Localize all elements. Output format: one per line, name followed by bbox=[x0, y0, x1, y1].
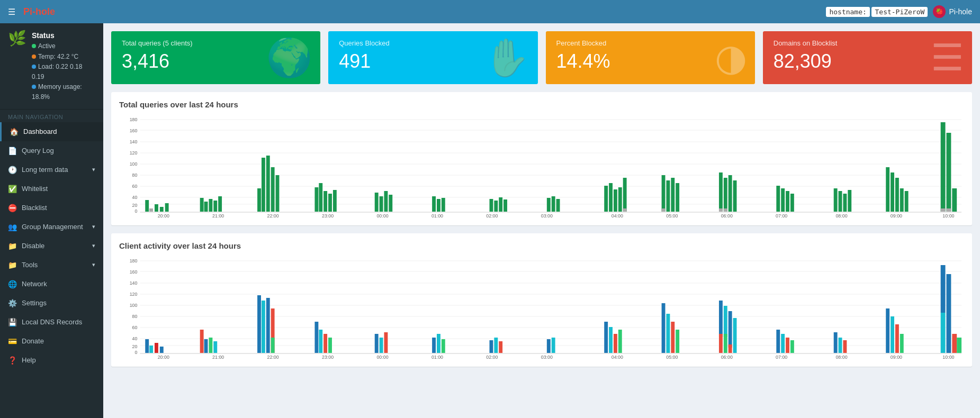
svg-rect-34 bbox=[314, 187, 318, 212]
sidebar: 🌿 Status Active Temp: 42.2 °C Load: 0.22… bbox=[0, 23, 103, 418]
chevron-down-icon-2: ▾ bbox=[92, 223, 95, 230]
svg-text:10:00: 10:00 bbox=[942, 213, 954, 217]
svg-rect-165 bbox=[733, 318, 737, 353]
svg-text:08:00: 08:00 bbox=[835, 355, 847, 359]
svg-rect-161 bbox=[724, 306, 727, 337]
svg-rect-65 bbox=[724, 178, 727, 212]
svg-rect-51 bbox=[552, 196, 555, 212]
svg-rect-128 bbox=[204, 339, 208, 353]
svg-rect-82 bbox=[905, 191, 909, 212]
nav-local-dns[interactable]: 💾 Local DNS Records bbox=[0, 313, 103, 332]
svg-rect-141 bbox=[380, 338, 383, 353]
nav-tools[interactable]: 📁 Tools ▾ bbox=[0, 256, 103, 275]
svg-rect-61 bbox=[671, 178, 675, 212]
svg-rect-169 bbox=[790, 340, 794, 353]
svg-rect-124 bbox=[149, 346, 153, 353]
svg-rect-157 bbox=[671, 322, 675, 353]
svg-text:21:00: 21:00 bbox=[212, 355, 224, 359]
queries-chart-title: Total queries over last 24 hours bbox=[119, 100, 964, 109]
svg-rect-67 bbox=[733, 180, 737, 212]
clock-icon: 🕐 bbox=[8, 166, 16, 174]
svg-rect-178 bbox=[941, 313, 946, 353]
nav-group-mgmt[interactable]: 👥 Group Management ▾ bbox=[0, 217, 103, 237]
nav-query-log[interactable]: 📄 Query Log bbox=[0, 141, 103, 160]
svg-text:160: 160 bbox=[130, 269, 138, 275]
nav-whitelist[interactable]: ✅ Whitelist bbox=[0, 179, 103, 198]
nav-long-term-label: Long term data bbox=[22, 166, 68, 174]
svg-rect-176 bbox=[900, 334, 904, 353]
nav-donate[interactable]: 💳 Donate bbox=[0, 332, 103, 351]
svg-text:40: 40 bbox=[132, 195, 138, 200]
svg-rect-160 bbox=[719, 334, 723, 353]
svg-rect-60 bbox=[666, 180, 670, 212]
svg-rect-52 bbox=[556, 199, 560, 212]
svg-text:23:00: 23:00 bbox=[322, 213, 334, 217]
svg-text:20: 20 bbox=[132, 344, 138, 349]
nav-long-term[interactable]: 🕐 Long term data ▾ bbox=[0, 160, 103, 179]
svg-rect-164 bbox=[729, 344, 732, 353]
svg-rect-133 bbox=[266, 298, 270, 353]
tools-icon: 📁 bbox=[8, 261, 16, 269]
svg-rect-48 bbox=[499, 197, 502, 212]
svg-rect-129 bbox=[209, 338, 212, 353]
svg-text:180: 180 bbox=[130, 258, 138, 263]
svg-text:09:00: 09:00 bbox=[891, 355, 902, 359]
svg-rect-154 bbox=[618, 330, 622, 353]
svg-text:06:00: 06:00 bbox=[721, 213, 733, 217]
nav-blacklist-label: Blacklist bbox=[22, 204, 47, 212]
svg-rect-81 bbox=[900, 188, 904, 212]
svg-text:02:00: 02:00 bbox=[486, 355, 498, 359]
nav-blacklist[interactable]: ⛔ Blacklist bbox=[0, 198, 103, 217]
svg-text:02:00: 02:00 bbox=[486, 213, 498, 217]
nav-settings[interactable]: ⚙️ Settings bbox=[0, 294, 103, 313]
svg-rect-73 bbox=[790, 194, 794, 212]
svg-rect-86 bbox=[941, 208, 946, 212]
svg-text:05:00: 05:00 bbox=[666, 355, 678, 359]
svg-rect-40 bbox=[380, 196, 383, 212]
top-navbar: ☰ Pi-hole hostname: Test-PiZeroW 🍓 Pi-ho… bbox=[0, 0, 980, 23]
load-dot bbox=[32, 65, 36, 69]
chevron-down-icon: ▾ bbox=[92, 166, 95, 173]
file-icon: 📄 bbox=[8, 147, 16, 155]
svg-text:01:00: 01:00 bbox=[431, 355, 443, 359]
nav-whitelist-label: Whitelist bbox=[22, 185, 48, 193]
svg-rect-53 bbox=[604, 186, 608, 212]
nav-header: MAIN NAVIGATION bbox=[0, 110, 103, 122]
svg-rect-27 bbox=[213, 201, 217, 212]
clients-chart-panel: Client activity over last 24 hours 180 1… bbox=[111, 233, 972, 367]
svg-rect-25 bbox=[204, 202, 208, 212]
svg-rect-137 bbox=[319, 330, 322, 353]
svg-rect-166 bbox=[776, 330, 780, 353]
svg-rect-80 bbox=[895, 178, 899, 212]
svg-rect-20 bbox=[149, 208, 153, 212]
nav-query-log-label: Query Log bbox=[22, 147, 54, 155]
memory-dot bbox=[32, 85, 36, 89]
svg-rect-143 bbox=[432, 338, 436, 353]
status-temp: Temp: 42.2 °C bbox=[38, 53, 78, 60]
nav-help[interactable]: ❓ Help bbox=[0, 351, 103, 370]
svg-rect-79 bbox=[891, 172, 894, 212]
nav-dashboard[interactable]: 🏠 Dashboard bbox=[0, 122, 103, 141]
svg-text:20:00: 20:00 bbox=[158, 213, 169, 217]
svg-rect-83 bbox=[941, 122, 946, 212]
hamburger-menu[interactable]: ☰ bbox=[8, 7, 15, 17]
svg-rect-177 bbox=[941, 265, 946, 313]
svg-rect-168 bbox=[786, 338, 789, 353]
queries-blocked-card: Queries Blocked 491 ✋ bbox=[328, 31, 537, 84]
svg-text:00:00: 00:00 bbox=[376, 213, 388, 217]
svg-rect-158 bbox=[676, 330, 679, 353]
svg-rect-66 bbox=[729, 175, 732, 212]
svg-text:08:00: 08:00 bbox=[835, 213, 847, 217]
svg-rect-173 bbox=[886, 308, 889, 353]
svg-text:180: 180 bbox=[130, 117, 138, 122]
svg-text:80: 80 bbox=[132, 314, 138, 319]
nav-disable[interactable]: 📁 Disable ▾ bbox=[0, 237, 103, 256]
svg-text:140: 140 bbox=[130, 280, 138, 286]
svg-rect-43 bbox=[432, 196, 436, 212]
active-dot bbox=[32, 44, 36, 48]
svg-rect-162 bbox=[724, 334, 727, 353]
percent-blocked-card: Percent Blocked 14.4% ◑ bbox=[546, 31, 755, 84]
svg-rect-138 bbox=[323, 334, 327, 353]
nav-network[interactable]: 🌐 Network bbox=[0, 275, 103, 294]
svg-text:22:00: 22:00 bbox=[267, 355, 279, 359]
